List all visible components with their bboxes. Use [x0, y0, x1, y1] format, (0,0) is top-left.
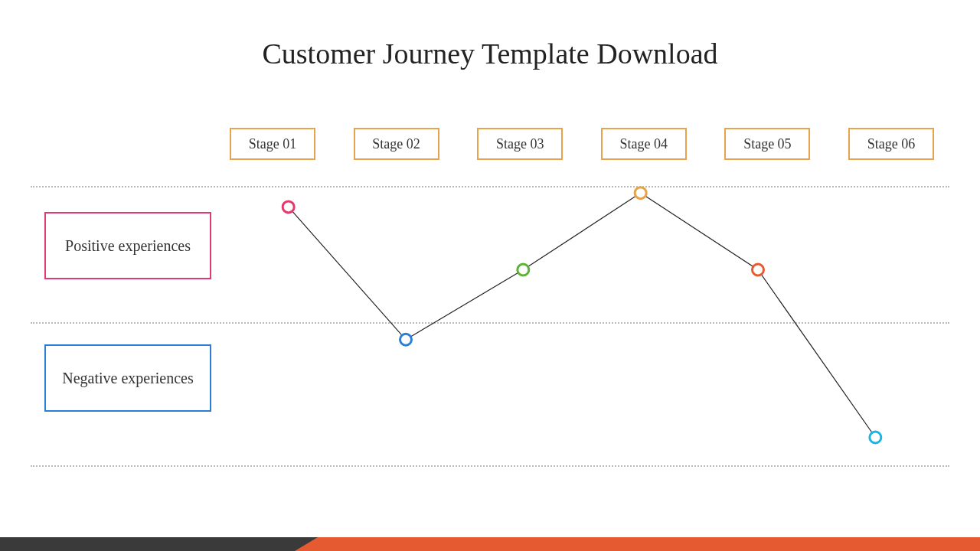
stage-box: Stage 02: [354, 128, 439, 160]
chart-point: [870, 432, 881, 443]
chart-point: [635, 187, 646, 199]
chart-point: [753, 264, 764, 276]
footer-diagonal: [295, 537, 318, 551]
negative-label-box: Negative experiences: [44, 344, 211, 412]
footer-orange-segment: [318, 537, 980, 551]
page-title: Customer Journey Template Download: [0, 37, 980, 70]
divider-bot: [31, 465, 949, 467]
positive-label-box: Positive experiences: [44, 212, 211, 279]
chart-points: [283, 187, 881, 443]
stages-row: Stage 01 Stage 02 Stage 03 Stage 04 Stag…: [230, 128, 934, 160]
chart-point: [400, 334, 412, 345]
stage-box: Stage 01: [230, 128, 315, 160]
chart-point: [518, 264, 529, 276]
chart-line: [289, 193, 876, 437]
stage-box: Stage 04: [601, 128, 687, 160]
slide-root: Customer Journey Template Download Stage…: [0, 0, 980, 551]
stage-box: Stage 05: [724, 128, 810, 160]
journey-line-chart: [230, 186, 934, 465]
chart-svg: [230, 186, 934, 465]
stage-box: Stage 03: [477, 128, 563, 160]
stage-box: Stage 06: [848, 128, 934, 160]
chart-point: [283, 201, 294, 213]
footer-bar: [0, 537, 980, 551]
footer-dark-segment: [0, 537, 318, 551]
